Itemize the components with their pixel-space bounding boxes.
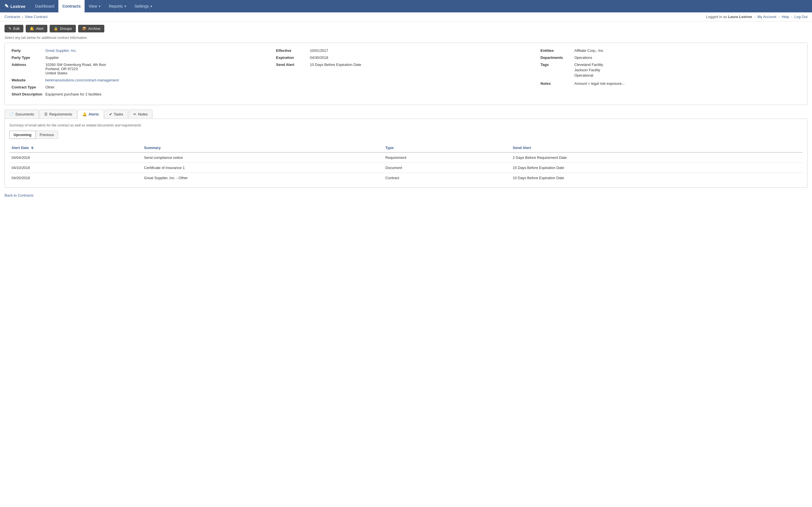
cell-summary: Great Supplier, Inc. - Other	[142, 173, 383, 183]
cell-type: Document	[383, 163, 511, 173]
contract-col-entities: Entities Affiliate Corp., Inc. Departmen…	[538, 47, 803, 100]
contract-type-label: Contract Type	[11, 85, 45, 89]
tags-label: Tags	[541, 62, 574, 67]
reports-dropdown-icon: ▼	[124, 5, 126, 8]
nav-settings[interactable]: Settings ▼	[131, 0, 157, 12]
alerts-description: Summary of email alerts for the contract…	[9, 123, 803, 127]
logout-link[interactable]: Log Out	[795, 15, 808, 19]
documents-icon: 📄	[9, 112, 14, 116]
contract-col-dates: Effective 10/01/2017 Expiration 04/30/20…	[274, 47, 538, 100]
breadcrumb-contracts-link[interactable]: Contracts	[4, 15, 20, 19]
address-value: 10260 SW Greenburg Road, 4th floor Portl…	[45, 62, 271, 75]
archive-icon: 📦	[82, 26, 87, 31]
logged-in-user: Laura Lextree	[728, 15, 752, 19]
archive-button[interactable]: 📦 Archive	[78, 25, 104, 33]
nav-dashboard[interactable]: Dashboard	[31, 0, 58, 12]
nav-reports[interactable]: Reports ▼	[105, 0, 131, 12]
tab-tasks[interactable]: ✔ Tasks	[104, 110, 128, 119]
tags-value: Cleveland Facility Jackson Facility Oper…	[574, 62, 801, 78]
breadcrumb-bar: Contracts › View Contract Logged in as L…	[0, 12, 812, 21]
address-row: Address 10260 SW Greenburg Road, 4th flo…	[11, 62, 271, 75]
alerts-panel: Summary of email alerts for the contract…	[4, 119, 808, 187]
cell-send-alert: 15 Days Before Expiration Date	[511, 163, 803, 173]
alerts-table-body: 04/04/2018 Send compliance notice Requir…	[9, 152, 803, 183]
send-alert-label: Send Alert	[276, 62, 310, 67]
effective-label: Effective	[276, 48, 310, 53]
cell-alert-date: 04/04/2018	[9, 152, 142, 163]
navbar: ✎ Lextree Dashboard Contracts View ▼ Rep…	[0, 0, 812, 12]
help-link[interactable]: Help	[781, 15, 789, 19]
breadcrumb: Contracts › View Contract	[4, 15, 48, 19]
notes-row: Notes Amount = legal risk exposure...	[541, 81, 801, 86]
tab-documents[interactable]: 📄 Documents	[4, 110, 39, 119]
breadcrumb-right: Logged in as Laura Lextree - My Account …	[706, 15, 808, 19]
toggle-previous[interactable]: Previous	[36, 131, 58, 139]
departments-label: Departments	[541, 55, 574, 60]
breadcrumb-separator: ›	[22, 15, 23, 19]
edit-button[interactable]: ✎ Edit	[4, 25, 23, 33]
effective-value: 10/01/2017	[310, 48, 536, 53]
brand[interactable]: ✎ Lextree	[4, 3, 26, 9]
contract-type-value: Other	[45, 85, 271, 89]
toolbar: ✎ Edit 🔔 Alert 🔒 Groups 📦 Archive	[0, 21, 812, 36]
contract-col-party: Party Great Supplier, Inc. Party Type Su…	[9, 47, 274, 100]
short-desc-label: Short Description	[11, 92, 45, 96]
tab-notes[interactable]: ✏ Notes	[129, 110, 153, 119]
website-value[interactable]: berkmansolutions.com/contract-management	[45, 78, 271, 82]
groups-button[interactable]: 🔒 Groups	[50, 25, 76, 33]
contract-type-row: Contract Type Other	[11, 85, 271, 89]
notes-label: Notes	[541, 81, 574, 86]
party-row: Party Great Supplier, Inc.	[11, 48, 271, 53]
party-value[interactable]: Great Supplier, Inc.	[45, 48, 271, 53]
tab-requirements[interactable]: ☰ Requirements	[40, 110, 77, 119]
nav-view[interactable]: View ▼	[85, 0, 105, 12]
nav-contracts[interactable]: Contracts	[58, 0, 85, 12]
edit-icon: ✎	[8, 26, 11, 31]
expiration-row: Expiration 04/30/2018	[276, 55, 536, 60]
address-label: Address	[11, 62, 45, 67]
tags-row: Tags Cleveland Facility Jackson Facility…	[541, 62, 801, 78]
tab-alerts[interactable]: 🔔 Alerts	[78, 110, 104, 119]
table-row: 04/04/2018 Send compliance notice Requir…	[9, 152, 803, 163]
cell-type: Requirement	[383, 152, 511, 163]
tag-jackson: Jackson Facility	[574, 68, 801, 72]
alert-button[interactable]: 🔔 Alert	[26, 25, 47, 33]
party-label: Party	[11, 48, 45, 53]
breadcrumb-view-contract-link[interactable]: View Contract	[25, 15, 48, 19]
groups-icon: 🔒	[54, 26, 58, 31]
send-alert-value: 10 Days Before Expiration Date	[310, 62, 536, 67]
effective-row: Effective 10/01/2017	[276, 48, 536, 53]
cell-send-alert: 2 Days Before Requirement Date	[511, 152, 803, 163]
party-type-value: Supplier	[45, 55, 271, 60]
cell-summary: Certificate of Insurance 1	[142, 163, 383, 173]
website-row: Website berkmansolutions.com/contract-ma…	[11, 78, 271, 82]
party-type-label: Party Type	[11, 55, 45, 60]
party-type-row: Party Type Supplier	[11, 55, 271, 60]
brand-icon: ✎	[4, 3, 9, 9]
my-account-link[interactable]: My Account	[757, 15, 776, 19]
short-desc-row: Short Description Equipment purchase for…	[11, 92, 271, 96]
table-row: 04/20/2018 Great Supplier, Inc. - Other …	[9, 173, 803, 183]
expiration-label: Expiration	[276, 55, 310, 60]
cell-send-alert: 10 Days Before Expiration Date	[511, 173, 803, 183]
col-send-alert: Send Alert	[511, 144, 803, 152]
entities-row: Entities Affiliate Corp., Inc.	[541, 48, 801, 53]
view-dropdown-icon: ▼	[98, 5, 101, 8]
tabs-container: 📄 Documents ☰ Requirements 🔔 Alerts ✔ Ta…	[4, 110, 808, 119]
cell-alert-date: 04/20/2018	[9, 173, 142, 183]
tasks-icon: ✔	[109, 112, 112, 116]
notes-value: Amount = legal risk exposure...	[574, 81, 801, 86]
alerts-icon: 🔔	[82, 112, 87, 116]
contract-info-box: Party Great Supplier, Inc. Party Type Su…	[4, 43, 808, 105]
alerts-table: Alert Date ⇅ Summary Type Send Alert 04/…	[9, 144, 803, 183]
back-to-contracts-link[interactable]: Back to Contracts	[4, 193, 808, 198]
cell-summary: Send compliance notice	[142, 152, 383, 163]
departments-value: Operations	[574, 55, 801, 60]
cell-type: Contract	[383, 173, 511, 183]
col-type: Type	[383, 144, 511, 152]
toggle-upcoming[interactable]: Upcoming	[9, 131, 36, 139]
col-alert-date[interactable]: Alert Date ⇅	[9, 144, 142, 152]
tag-operational: Operational	[574, 73, 801, 77]
tabs-list: 📄 Documents ☰ Requirements 🔔 Alerts ✔ Ta…	[4, 110, 808, 119]
short-desc-value: Equipment purchase for 2 facilities	[45, 92, 271, 96]
